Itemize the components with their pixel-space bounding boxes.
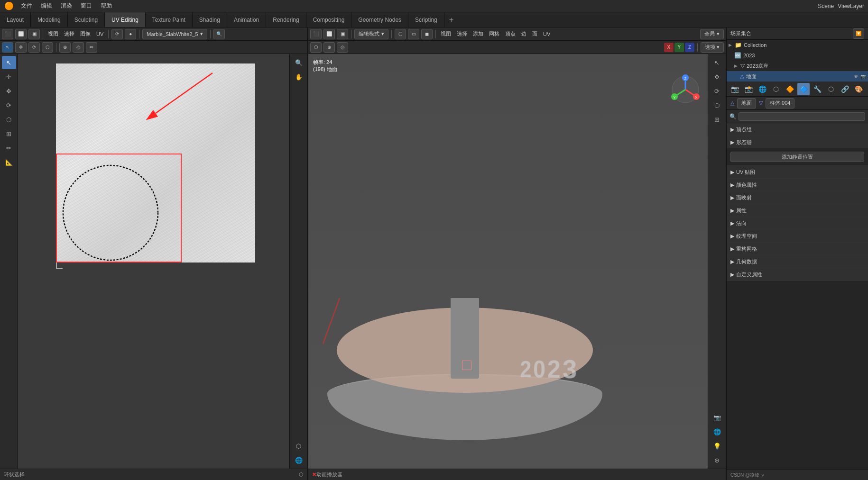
tab-geometry-nodes[interactable]: Geometry Nodes [351,12,408,27]
props-modifier-btn[interactable]: 🔧 [811,83,823,95]
vp-rt-rotate-btn[interactable]: ⟳ [710,84,724,98]
uv-uv-menu[interactable]: UV [94,31,105,37]
uv-tool-annotate[interactable]: ✏ [2,141,16,154]
vp-rt-render-btn[interactable]: 🌐 [710,425,724,438]
modifier-name-field[interactable]: 柱体.004 [766,98,794,109]
tab-rendering[interactable]: Rendering [266,12,306,27]
viewport-3d-canvas[interactable]: 2023 帧率: 24 (198) 地面 [308,54,726,469]
props-particles-btn[interactable]: ⬡ [825,83,837,95]
outliner-item-ground[interactable]: △ 地面 👁 📷 [727,71,868,82]
vp-face-sel-btn[interactable]: ◼ [421,29,433,39]
uv-snap-btn[interactable]: ⊕ [59,42,71,53]
uv-tool-scale[interactable]: ⬡ [2,113,16,126]
uv-tool-select[interactable]: ↖ [2,56,16,69]
vp-edit-mode-dropdown[interactable]: 编辑模式 ▾ [354,29,388,39]
vp-mesh-menu[interactable]: 网格 [487,30,501,37]
vp-rt-transform-btn[interactable]: ⊞ [710,113,724,126]
add-rest-pose-btn[interactable]: 添加静置位置 [730,152,864,162]
tab-scripting[interactable]: Scripting [408,12,444,27]
face-maps-header[interactable]: ▶ 面映射 [727,191,868,204]
vp-face-menu[interactable]: 面 [530,30,539,37]
vp2-btn2[interactable]: ⊕ [323,42,335,53]
vp-rt-select-btn[interactable]: ↖ [710,56,724,69]
vertex-groups-header[interactable]: ▶ 顶点组 [727,123,868,136]
props-renderlayer-btn[interactable]: 📸 [742,83,755,95]
uv-view-menu[interactable]: 视图 [46,30,60,37]
vp-vertex-menu[interactable]: 顶点 [503,30,517,37]
remesh-header[interactable]: ▶ 重构网格 [727,243,868,255]
shape-keys-header[interactable]: ▶ 形态键 [727,136,868,148]
menu-render[interactable]: 渲染 [57,1,76,11]
vp-vert-sel-btn[interactable]: ⬡ [395,29,406,39]
uv-select-menu[interactable]: 选择 [62,30,76,37]
outliner-item-collection[interactable]: ▶ 📁 Collection [727,40,868,50]
menu-help[interactable]: 帮助 [97,1,116,11]
vp-rt-scale-btn[interactable]: ⬡ [710,99,724,112]
x-constraint-btn[interactable]: X [664,43,674,52]
uv-grab-btn[interactable]: ✥ [15,42,27,53]
uv-tool-cursor[interactable]: ✛ [2,70,16,83]
vp-rt-camera-btn[interactable]: 📷 [710,411,724,424]
y-constraint-btn[interactable]: Y [674,43,684,52]
uv-rt-btn2[interactable]: ✋ [292,70,306,83]
custom-props-header[interactable]: ▶ 自定义属性 [727,268,868,281]
vp-mode-btn1[interactable]: ⬛ [310,29,322,39]
uv-rt-btn1[interactable]: 🔍 [292,56,306,69]
add-workspace-button[interactable]: + [444,12,458,27]
menu-edit[interactable]: 编辑 [37,1,56,11]
props-phys-btn[interactable]: 🔗 [839,83,851,95]
vertex-colors-header[interactable]: ▶ 颜色属性 [727,179,868,191]
uv-rt-btn3[interactable]: ⬡ [292,439,306,453]
geometry-data-header[interactable]: ▶ 几何数据 [727,255,868,268]
uv-toolbar-btn3[interactable]: ▣ [28,29,40,39]
vp-pivot-dropdown[interactable]: 全局▾ [700,29,724,39]
navigation-gizmo[interactable]: Z X Y [669,73,702,106]
obj-name-field[interactable]: 地面 [737,98,756,109]
uv-tool-move[interactable]: ✥ [2,84,16,98]
vp-select-menu[interactable]: 选择 [455,30,469,37]
vp-view-menu[interactable]: 视图 [439,30,453,37]
uv-tool-measure[interactable]: 📐 [2,155,16,169]
tab-layout[interactable]: Layout [0,12,31,27]
vp-rt-move-btn[interactable]: ✥ [710,70,724,83]
tab-animation[interactable]: Animation [227,12,266,27]
props-scene-btn[interactable]: 📷 [729,83,741,95]
tab-uv-editing[interactable]: UV Editing [105,12,146,27]
vp2-options-dropdown[interactable]: 选项 ▾ [701,42,724,53]
props-obj-btn[interactable]: 🔶 [784,83,796,95]
vp-uv-menu[interactable]: UV [541,31,552,37]
uv-toolbar-btn2[interactable]: ⬜ [15,29,27,39]
tab-sculpting[interactable]: Sculpting [68,12,105,27]
uv-maps-header[interactable]: ▶ UV 贴图 [727,166,868,178]
props-world-btn[interactable]: ⬡ [770,83,782,95]
menu-file[interactable]: 文件 [17,1,36,11]
normals-header[interactable]: ▶ 法向 [727,217,868,229]
tab-compositing[interactable]: Compositing [306,12,352,27]
uv-editor-mode-btn[interactable]: ⬛ [2,29,13,39]
tab-texture-paint[interactable]: Texture Paint [146,12,193,27]
vp-mode-btn3[interactable]: ▣ [337,29,348,39]
uv-scale-btn[interactable]: ⬡ [42,42,53,53]
uv-canvas-area[interactable]: 🔍 ✋ ⬡ 🌐 [18,54,307,469]
uv-select-box-btn[interactable]: ↖ [2,42,13,53]
vp2-btn1[interactable]: ⬡ [310,42,322,53]
vp-rt-light-btn[interactable]: 💡 [710,439,724,453]
outliner-item-2023[interactable]: 🔤 2023 [727,50,868,61]
props-search-input[interactable] [739,112,865,121]
uv-rotate-btn[interactable]: ⟳ [28,42,40,53]
vp-edge-sel-btn[interactable]: ▭ [408,29,419,39]
uv-texture-dropdown[interactable]: Marble_SlabWhite2_5 ▾ [142,29,207,39]
props-scene2-btn[interactable]: 🌐 [756,83,768,95]
tab-shading[interactable]: Shading [193,12,227,27]
tab-modeling[interactable]: Modeling [31,12,68,27]
attributes-header[interactable]: ▶ 属性 [727,204,868,217]
outliner-item-2023base[interactable]: ▶ ▽ 2023底座 [727,61,868,71]
vp-mode-btn2[interactable]: ⬜ [323,29,335,39]
texture-space-header[interactable]: ▶ 纹理空间 [727,230,868,242]
vp2-btn3[interactable]: ◎ [337,42,348,53]
vp-edge-menu[interactable]: 边 [519,30,528,37]
vp-add-menu[interactable]: 添加 [471,30,485,37]
uv-annotate-btn[interactable]: ✏ [86,42,97,53]
uv-select-mode-btn[interactable]: ● [125,29,136,39]
uv-tool-transform[interactable]: ⊞ [2,127,16,140]
